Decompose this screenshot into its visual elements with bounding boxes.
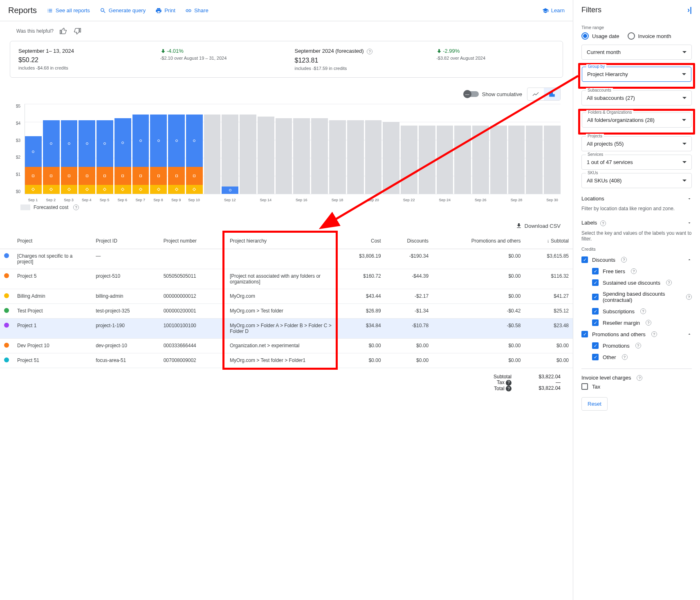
table-row[interactable]: Test Project test-project-325 0000002000… [0, 304, 573, 319]
projects-select[interactable]: Projects All projects (55) [581, 136, 692, 151]
locations-section[interactable]: Locations [581, 191, 692, 206]
see-all-reports-link[interactable]: See all reports [47, 7, 90, 14]
arrow-down-icon [436, 48, 442, 54]
svg-rect-2 [553, 94, 554, 97]
period-select[interactable]: Current month [581, 45, 692, 60]
other-checkbox[interactable]: Other? [581, 351, 692, 363]
cost-chart: $5$4$3$2$1$0 Sep 1Sep 2Sep 3Sep 4Sep 5Se… [0, 104, 573, 202]
download-csv-button[interactable]: Download CSV [516, 222, 561, 229]
col-project[interactable]: Project [13, 233, 92, 249]
period1-delta: -4.01% [160, 48, 278, 54]
usage-date-radio[interactable]: Usage date [581, 32, 619, 40]
reset-button[interactable]: Reset [581, 397, 608, 411]
legend-forecast: Forecasted cost ? [0, 202, 573, 213]
info-icon[interactable]: ? [635, 343, 641, 348]
collapse-filters-icon[interactable]: ›| [687, 6, 692, 14]
list-icon [47, 7, 53, 14]
period1-amount: $50.22 [18, 56, 160, 64]
table-row[interactable]: Project 5 project-510 505050505011 [Proj… [0, 269, 573, 289]
generate-query-link[interactable]: Generate query [100, 7, 146, 14]
show-cumulative-toggle[interactable]: Show cumulative [464, 91, 522, 97]
download-icon [516, 222, 522, 229]
invoice-level-charges: Invoice level charges? [581, 375, 692, 381]
spending-based-checkbox[interactable]: Spending based discounts (contractual)? [581, 288, 692, 306]
print-icon [155, 7, 162, 14]
svg-rect-0 [550, 94, 551, 97]
info-icon[interactable]: ? [646, 320, 651, 326]
folders-select[interactable]: Folders & Organizations All folders/orga… [582, 112, 691, 128]
table-totals: Subtotal Tax ? Total ? $3,822.04 — $3,82… [0, 368, 573, 397]
col-cost[interactable]: Cost [337, 233, 385, 249]
grad-cap-icon [542, 7, 549, 14]
period2-credits: includes -$17.59 in credits [295, 66, 437, 71]
time-range-label: Time range [581, 25, 692, 30]
bar-chart-button[interactable] [544, 88, 560, 100]
table-row[interactable]: [Charges not specific to a project] — $3… [0, 249, 573, 269]
thumbs-down-icon[interactable] [73, 27, 81, 35]
info-icon[interactable]: ? [621, 257, 627, 263]
table-row[interactable]: Project 51 focus-area-51 007008009002 My… [0, 353, 573, 368]
info-icon[interactable]: ? [686, 294, 692, 300]
reports-header: Reports See all reports Generate query P… [0, 0, 573, 21]
page-title: Reports [8, 6, 37, 15]
info-icon[interactable]: ? [631, 268, 637, 274]
info-icon[interactable]: ? [622, 354, 628, 360]
labels-section[interactable]: Labels ? [581, 216, 692, 230]
period1-title: September 1– 13, 2024 [18, 48, 160, 54]
table-row[interactable]: Dev Project 10 dev-project-10 0003336664… [0, 339, 573, 353]
share-link[interactable]: Share [185, 7, 209, 14]
chevron-up-icon [687, 257, 692, 262]
thumbs-up-icon[interactable] [59, 27, 67, 35]
period2-amount: $123.81 [295, 57, 437, 64]
info-icon[interactable]: ? [506, 380, 512, 386]
services-select[interactable]: Services 1 out of 47 services [581, 155, 692, 170]
tax-checkbox[interactable]: Tax [581, 381, 692, 392]
skus-select[interactable]: SKUs All SKUs (408) [581, 173, 692, 188]
svg-rect-1 [552, 92, 553, 97]
info-icon[interactable]: ? [666, 280, 672, 285]
line-chart-icon [532, 90, 539, 98]
print-link[interactable]: Print [155, 7, 175, 14]
line-chart-button[interactable] [527, 88, 544, 100]
info-icon[interactable]: ? [600, 220, 606, 226]
cost-table: Project Project ID Project number Projec… [0, 233, 573, 368]
subscriptions-checkbox[interactable]: Subscriptions? [581, 306, 692, 317]
info-icon[interactable]: ? [637, 375, 642, 381]
arrow-down-icon [160, 48, 166, 54]
helpful-prompt: Was this helpful? [0, 21, 573, 41]
summary-card: September 1– 13, 2024 $50.22 includes -$… [10, 41, 563, 78]
promotions-others-checkbox[interactable]: Promotions and others? [581, 328, 692, 340]
col-subtotal[interactable]: ↓ Subtotal [525, 233, 573, 249]
link-icon [185, 7, 192, 14]
info-icon[interactable]: ? [506, 386, 512, 391]
filters-panel: Filters ›| Time range Usage date Invoice… [573, 0, 700, 600]
chevron-down-icon [687, 196, 692, 201]
info-icon[interactable]: ? [73, 204, 79, 210]
col-discounts[interactable]: Discounts [385, 233, 433, 249]
col-project-number[interactable]: Project number [159, 233, 226, 249]
bar-chart-icon [548, 90, 556, 98]
promotions-checkbox[interactable]: Promotions? [581, 340, 692, 351]
col-project-id[interactable]: Project ID [92, 233, 159, 249]
search-icon [100, 7, 106, 14]
info-icon[interactable]: ? [651, 331, 657, 337]
credits-label: Credits [581, 247, 692, 252]
table-row[interactable]: Billing Admin billing-admin 000000000012… [0, 289, 573, 304]
learn-link[interactable]: Learn [542, 7, 565, 14]
free-tiers-checkbox[interactable]: Free tiers? [581, 265, 692, 277]
period2-delta: -2.99% [436, 48, 554, 54]
chevron-down-icon [687, 220, 692, 225]
invoice-month-radio[interactable]: Invoice month [628, 32, 671, 40]
table-row[interactable]: Project 1 project-1-190 100100100100 MyO… [0, 319, 573, 339]
group-by-select[interactable]: Group by Project Hierarchy [582, 67, 691, 82]
sustained-use-checkbox[interactable]: Sustained use discounts? [581, 277, 692, 288]
discounts-checkbox[interactable]: Discounts? [581, 254, 692, 265]
col-promotions[interactable]: Promotions and others [433, 233, 525, 249]
subaccounts-select[interactable]: Subaccounts All subaccounts (27) [581, 90, 692, 106]
info-icon[interactable]: ? [640, 308, 646, 314]
filters-title: Filters [581, 6, 601, 14]
reseller-margin-checkbox[interactable]: Reseller margin? [581, 317, 692, 328]
col-hierarchy[interactable]: Project hierarchy [226, 233, 337, 249]
info-icon[interactable]: ? [367, 49, 372, 54]
period1-credits: includes -$4.68 in credits [18, 65, 160, 70]
